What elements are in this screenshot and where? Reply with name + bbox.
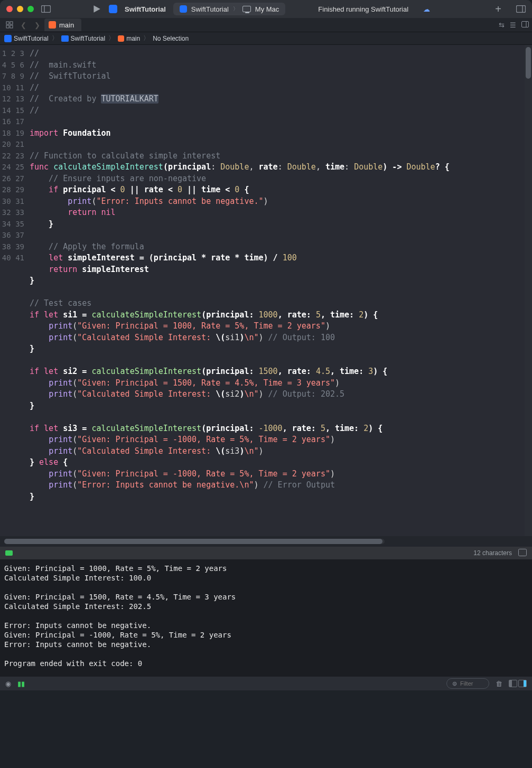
crumb-3[interactable]: No Selection <box>153 35 189 42</box>
scheme-selector[interactable]: SwiftTutorial 〉 My Mac <box>173 3 286 15</box>
vertical-scrollbar[interactable] <box>525 45 532 536</box>
line-gutter: 1 2 3 4 5 6 7 8 9 10 11 12 13 14 15 16 1… <box>0 45 30 536</box>
file-tab-main[interactable]: main <box>44 18 81 31</box>
scheme-icon <box>180 5 187 13</box>
svg-marker-2 <box>94 5 100 13</box>
crumb-1[interactable]: SwiftTutorial <box>71 35 106 42</box>
selection-info: 12 characters <box>473 549 512 557</box>
svg-rect-0 <box>42 6 51 13</box>
swift-file-icon <box>49 21 56 29</box>
right-panel-icon[interactable] <box>518 680 527 687</box>
folder-icon <box>61 35 69 42</box>
add-tab-button[interactable]: + <box>495 3 501 15</box>
svg-rect-7 <box>6 25 9 28</box>
titlebar: SwiftTutorial SwiftTutorial 〉 My Mac Fin… <box>0 0 532 18</box>
console-toolbar: ◉ ▮▮ ⊜ 🗑 <box>0 677 532 690</box>
related-items-icon[interactable] <box>3 19 16 31</box>
svg-rect-11 <box>519 549 527 556</box>
project-name: SwiftTutorial <box>125 5 166 13</box>
svg-rect-9 <box>522 21 529 27</box>
minimize-window-button[interactable] <box>17 6 23 12</box>
minimap-toggle-icon[interactable] <box>518 549 527 558</box>
tab-label: main <box>59 21 74 29</box>
close-window-button[interactable] <box>6 6 13 12</box>
breadcrumb[interactable]: SwiftTutorial 〉 SwiftTutorial 〉 main 〉 N… <box>0 32 532 45</box>
left-panel-icon[interactable] <box>509 680 517 687</box>
code-editor[interactable]: 1 2 3 4 5 6 7 8 9 10 11 12 13 14 15 16 1… <box>0 45 532 536</box>
back-button[interactable]: ❮ <box>17 19 30 31</box>
run-button[interactable] <box>92 4 101 14</box>
scrollbar-thumb[interactable] <box>526 47 531 79</box>
filter-input[interactable] <box>460 680 483 687</box>
debug-bar: 12 characters <box>0 547 532 559</box>
svg-rect-8 <box>10 25 13 28</box>
adjust-editor-icon[interactable]: ☰ <box>510 21 516 29</box>
device-name: My Mac <box>255 5 279 13</box>
crumb-2[interactable]: main <box>126 35 140 42</box>
scrollbar-thumb[interactable] <box>4 539 382 544</box>
add-editor-icon[interactable] <box>521 21 529 29</box>
chevron-right-icon: 〉 <box>143 34 150 43</box>
console-output[interactable]: Given: Principal = 1000, Rate = 5%, Time… <box>0 559 532 677</box>
forward-button[interactable]: ❯ <box>31 19 43 31</box>
run-indicator-icon <box>5 550 13 556</box>
chevron-right-icon: 〉 <box>108 34 115 43</box>
trash-icon[interactable]: 🗑 <box>496 680 502 688</box>
editor-tabbar: ❮ ❯ main ⇆ ☰ <box>0 18 532 32</box>
zoom-window-button[interactable] <box>27 6 34 12</box>
app-icon <box>109 5 117 13</box>
chevron-right-icon: 〉 <box>233 5 238 13</box>
horizontal-scrollbar[interactable] <box>0 536 532 547</box>
filter-icon: ⊜ <box>452 680 457 687</box>
sidebar-toggle-icon[interactable] <box>41 5 51 13</box>
console-filter[interactable]: ⊜ <box>446 678 489 689</box>
refresh-icon[interactable]: ⇆ <box>499 21 505 29</box>
variables-view-icon[interactable]: ▮▮ <box>17 680 25 688</box>
panel-toggle[interactable] <box>509 680 527 687</box>
library-icon[interactable] <box>516 5 526 13</box>
project-icon <box>4 35 12 42</box>
chevron-right-icon: 〉 <box>52 34 58 43</box>
crumb-0[interactable]: SwiftTutorial <box>14 35 49 42</box>
cloud-status-icon: ☁︎ <box>423 5 430 13</box>
device-icon <box>242 6 251 12</box>
svg-rect-3 <box>517 6 526 13</box>
code-area[interactable]: // // main.swift // SwiftTutorial // // … <box>30 45 532 536</box>
window-controls <box>6 6 34 12</box>
scheme-name: SwiftTutorial <box>191 5 229 13</box>
svg-rect-5 <box>6 22 9 24</box>
svg-rect-6 <box>10 22 13 24</box>
auto-toggle-icon[interactable]: ◉ <box>5 680 11 688</box>
swift-file-icon <box>118 35 124 42</box>
build-status: Finished running SwiftTutorial <box>318 5 408 13</box>
